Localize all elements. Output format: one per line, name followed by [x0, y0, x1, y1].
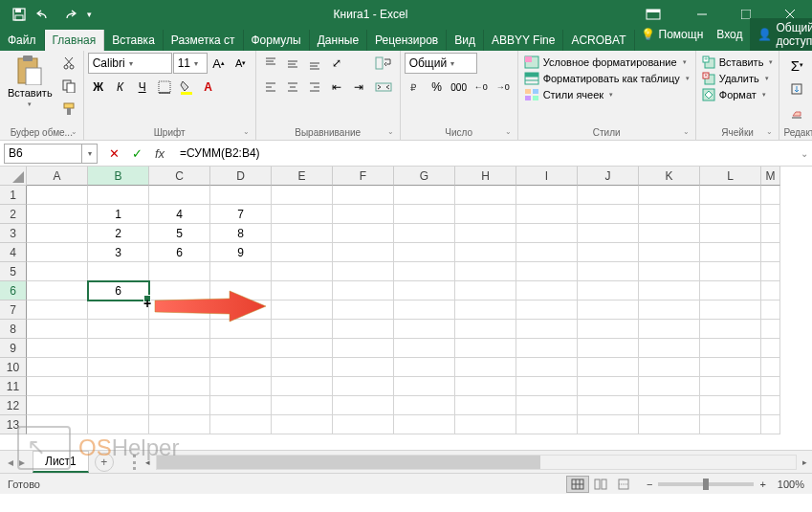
- cell[interactable]: [578, 339, 639, 358]
- column-header[interactable]: L: [700, 167, 761, 186]
- font-color-button[interactable]: A: [198, 77, 219, 98]
- cell[interactable]: [700, 281, 761, 301]
- cell[interactable]: [272, 205, 333, 224]
- cell[interactable]: [88, 262, 149, 281]
- cell[interactable]: [761, 301, 780, 320]
- cell[interactable]: [27, 320, 88, 339]
- cell[interactable]: [210, 281, 272, 301]
- cell[interactable]: [516, 243, 578, 262]
- cell[interactable]: [639, 243, 700, 262]
- italic-button[interactable]: К: [110, 77, 131, 98]
- align-middle-button[interactable]: [282, 53, 303, 74]
- row-header[interactable]: 12: [0, 396, 27, 415]
- cell[interactable]: [88, 396, 149, 415]
- cell[interactable]: [149, 320, 210, 339]
- format-as-table-button[interactable]: Форматировать как таблицу: [522, 71, 691, 86]
- cell[interactable]: [210, 415, 272, 434]
- cell[interactable]: [272, 281, 333, 301]
- cell[interactable]: [272, 243, 333, 262]
- share-button[interactable]: 👤Общий доступ: [750, 18, 812, 51]
- column-header[interactable]: G: [394, 167, 455, 186]
- accounting-button[interactable]: ₽: [405, 77, 426, 98]
- tab-page-layout[interactable]: Разметка ст: [164, 30, 244, 51]
- cell[interactable]: [394, 415, 455, 434]
- column-header[interactable]: J: [578, 167, 639, 186]
- tab-insert[interactable]: Вставка: [104, 30, 164, 51]
- insert-function-button[interactable]: fx: [149, 144, 170, 164]
- cell[interactable]: [333, 224, 394, 243]
- cell[interactable]: [578, 396, 639, 415]
- column-header[interactable]: M: [761, 167, 780, 186]
- cell[interactable]: [210, 301, 272, 320]
- cell[interactable]: [88, 320, 149, 339]
- cell-styles-button[interactable]: Стили ячеек: [522, 87, 691, 102]
- font-size-combo[interactable]: 11: [173, 53, 208, 74]
- enter-button[interactable]: ✓: [126, 144, 147, 164]
- cell[interactable]: [639, 320, 700, 339]
- cell[interactable]: [700, 358, 761, 377]
- row-header[interactable]: 10: [0, 358, 27, 377]
- cell[interactable]: [516, 396, 578, 415]
- cell[interactable]: [149, 377, 210, 396]
- cell[interactable]: [455, 281, 516, 301]
- cell[interactable]: [700, 301, 761, 320]
- cell[interactable]: [88, 301, 149, 320]
- cell[interactable]: [88, 377, 149, 396]
- cell[interactable]: [333, 186, 394, 205]
- cell[interactable]: [455, 415, 516, 434]
- cell[interactable]: [516, 339, 578, 358]
- tab-acrobat[interactable]: ACROBAT: [563, 30, 634, 51]
- autosum-button[interactable]: Σ▾: [783, 55, 810, 76]
- cell[interactable]: [761, 186, 780, 205]
- align-left-button[interactable]: [260, 77, 281, 98]
- cell[interactable]: 6: [88, 281, 149, 301]
- view-page-layout-button[interactable]: [589, 476, 612, 493]
- cell[interactable]: 5: [149, 224, 210, 243]
- fill-color-button[interactable]: [176, 77, 197, 98]
- tab-review[interactable]: Рецензиров: [367, 30, 447, 51]
- fill-button[interactable]: [783, 78, 810, 100]
- cell[interactable]: 6: [149, 243, 210, 262]
- cell[interactable]: [88, 358, 149, 377]
- orientation-button[interactable]: ⤢: [326, 53, 347, 74]
- tab-view[interactable]: Вид: [447, 30, 484, 51]
- align-bottom-button[interactable]: [304, 53, 325, 74]
- cell[interactable]: [516, 281, 578, 301]
- hscroll-left[interactable]: ◂: [141, 455, 156, 470]
- cell[interactable]: [455, 377, 516, 396]
- cell[interactable]: [516, 262, 578, 281]
- cell[interactable]: [272, 320, 333, 339]
- cell[interactable]: [578, 243, 639, 262]
- cell[interactable]: [272, 224, 333, 243]
- zoom-in-button[interactable]: +: [759, 479, 765, 490]
- cell[interactable]: [210, 320, 272, 339]
- cell[interactable]: 2: [88, 224, 149, 243]
- cell[interactable]: [210, 358, 272, 377]
- cell[interactable]: [761, 339, 780, 358]
- cell[interactable]: [27, 281, 88, 301]
- tab-abbyy[interactable]: ABBYY Fine: [484, 30, 563, 51]
- cell[interactable]: [700, 205, 761, 224]
- cell[interactable]: [210, 186, 272, 205]
- column-header[interactable]: B: [88, 167, 149, 186]
- cell[interactable]: [578, 377, 639, 396]
- cell[interactable]: [639, 205, 700, 224]
- row-header[interactable]: 8: [0, 320, 27, 339]
- wrap-text-button[interactable]: [371, 53, 396, 74]
- column-header[interactable]: E: [272, 167, 333, 186]
- cancel-button[interactable]: ✕: [103, 144, 124, 164]
- cell[interactable]: [639, 415, 700, 434]
- tab-scroll-split[interactable]: [133, 455, 141, 470]
- row-header[interactable]: 5: [0, 262, 27, 281]
- cell[interactable]: [88, 415, 149, 434]
- cell[interactable]: [27, 205, 88, 224]
- cell[interactable]: [394, 396, 455, 415]
- cell[interactable]: [455, 243, 516, 262]
- cell[interactable]: [700, 320, 761, 339]
- cell[interactable]: 4: [149, 205, 210, 224]
- font-name-combo[interactable]: Calibri: [88, 53, 172, 74]
- cell[interactable]: [578, 320, 639, 339]
- cell[interactable]: [516, 224, 578, 243]
- cell[interactable]: [516, 205, 578, 224]
- row-header[interactable]: 4: [0, 243, 27, 262]
